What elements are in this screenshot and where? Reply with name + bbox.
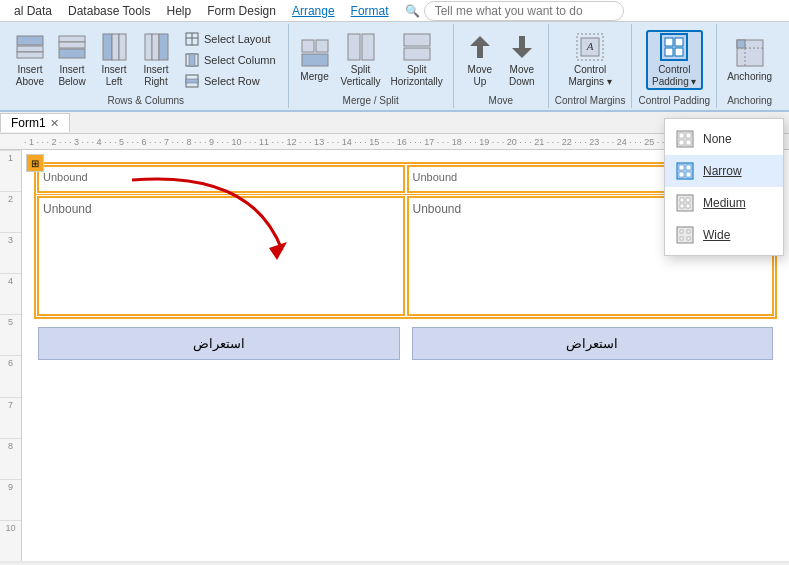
row-mark-3: 3 [0,232,21,273]
svg-rect-44 [686,140,691,145]
svg-marker-27 [512,36,532,58]
svg-rect-25 [404,48,430,60]
form-tab[interactable]: Form1 ✕ [0,113,70,132]
anchoring-button[interactable]: Anchoring [723,30,776,90]
svg-rect-24 [404,34,430,46]
svg-rect-34 [665,48,673,56]
none-icon [675,129,695,149]
dropdown-item-none[interactable]: None [665,123,783,155]
svg-rect-47 [686,165,691,170]
insert-above-button[interactable]: InsertAbove [10,30,50,90]
menu-item-database-tools[interactable]: Database Tools [60,2,159,20]
svg-rect-42 [686,133,691,138]
content-cell-1[interactable]: Unbound [37,196,405,316]
svg-rect-49 [686,172,691,177]
control-padding-button[interactable]: ControlPadding ▾ [646,30,702,90]
menu-item-help[interactable]: Help [159,2,200,20]
menubar: al Data Database Tools Help Form Design … [0,0,789,22]
insert-right-icon [140,32,172,62]
move-up-button[interactable]: MoveUp [460,30,500,90]
svg-rect-19 [302,40,314,52]
svg-rect-54 [686,204,690,208]
menu-item-arrange[interactable]: Arrange [284,2,343,20]
row-mark-10: 10 [0,520,21,561]
form-tab-label: Form1 [11,116,46,130]
insert-below-icon [56,32,88,62]
header-cell-1-text: Unbound [43,171,88,183]
merge-label: Merge [300,71,328,83]
select-row-button[interactable]: Select Row [178,71,282,91]
svg-rect-22 [348,34,360,60]
group-move: MoveUp MoveDown Move [454,24,549,108]
merge-button[interactable]: Merge [295,30,335,90]
svg-rect-48 [679,172,684,177]
anchoring-icon [734,37,766,69]
svg-marker-26 [470,36,490,58]
split-vertically-button[interactable]: SplitVertically [337,30,385,90]
insert-left-button[interactable]: InsertLeft [94,30,134,90]
svg-rect-2 [17,36,43,45]
row-ruler: 1 2 3 4 5 6 7 8 9 10 [0,150,22,561]
svg-text:A: A [586,40,594,52]
group-control-margins: A ControlMargins ▾ Control Margins [549,24,633,108]
group-rows-columns: InsertAbove InsertBelow [4,24,289,108]
narrow-label: Narrow [703,164,742,178]
merge-split-buttons: Merge SplitVertically [295,26,447,93]
wide-label: Wide [703,228,730,242]
insert-right-button[interactable]: InsertRight [136,30,176,90]
dropdown-item-narrow[interactable]: Narrow [665,155,783,187]
split-horizontally-button[interactable]: SplitHorizontally [387,30,447,90]
select-column-button[interactable]: Select Column [178,50,282,70]
form-button-1[interactable]: استعراض [38,327,400,360]
svg-rect-33 [675,38,683,46]
svg-rect-9 [145,34,152,60]
insert-left-label: InsertLeft [101,64,126,88]
svg-rect-39 [737,40,745,48]
svg-rect-3 [59,36,85,42]
svg-rect-41 [679,133,684,138]
svg-rect-57 [687,230,690,233]
svg-rect-16 [189,54,195,66]
move-up-label: MoveUp [468,64,492,88]
row-mark-2: 2 [0,191,21,232]
table-handle[interactable]: ⊞ [26,154,44,172]
svg-rect-18 [186,79,198,83]
move-buttons: MoveUp MoveDown [460,26,542,93]
svg-rect-5 [59,49,85,58]
svg-rect-35 [675,48,683,56]
control-margins-button[interactable]: A ControlMargins ▾ [564,30,615,90]
insert-below-label: InsertBelow [58,64,85,88]
form-tab-close[interactable]: ✕ [50,117,59,130]
group-merge-split: Merge SplitVertically [289,24,454,108]
search-icon: 🔍 [405,4,420,18]
control-padding-buttons: ControlPadding ▾ [646,26,702,93]
menu-item-form-design[interactable]: Form Design [199,2,284,20]
svg-rect-11 [159,34,168,60]
svg-rect-1 [17,52,43,58]
select-buttons-stack: Select Layout Select Column [178,30,282,90]
move-label: Move [489,93,513,106]
insert-below-button[interactable]: InsertBelow [52,30,92,90]
move-down-button[interactable]: MoveDown [502,30,542,90]
svg-rect-59 [687,237,690,240]
merge-icon [299,37,331,69]
control-padding-icon [658,32,690,62]
search-input[interactable] [424,1,624,21]
search-bar: 🔍 [397,1,783,21]
form-button-2-label: استعراض [566,336,618,351]
wide-icon [675,225,695,245]
svg-rect-23 [362,34,374,60]
dropdown-item-wide[interactable]: Wide [665,219,783,251]
form-button-2[interactable]: استعراض [412,327,774,360]
svg-rect-20 [316,40,328,52]
select-row-icon [184,73,200,89]
menu-item-data[interactable]: al Data [6,2,60,20]
control-padding-label: ControlPadding ▾ [652,64,696,88]
dropdown-item-medium[interactable]: Medium [665,187,783,219]
menu-item-format[interactable]: Format [343,2,397,20]
medium-icon [675,193,695,213]
select-layout-button[interactable]: Select Layout [178,29,282,49]
header-cell-1[interactable]: Unbound [37,165,405,193]
svg-rect-4 [59,42,85,48]
svg-rect-21 [302,54,328,66]
